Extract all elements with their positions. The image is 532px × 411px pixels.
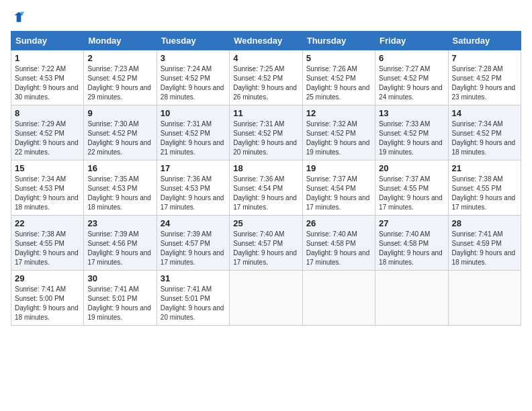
day-info: Sunrise: 7:26 AMSunset: 4:52 PMDaylight:… xyxy=(306,64,371,102)
calendar-cell xyxy=(375,271,448,326)
day-number: 14 xyxy=(452,108,517,118)
calendar-week-4: 22Sunrise: 7:38 AMSunset: 4:55 PMDayligh… xyxy=(11,216,521,271)
day-number: 1 xyxy=(15,53,80,63)
day-info: Sunrise: 7:40 AMSunset: 4:58 PMDaylight:… xyxy=(306,230,371,267)
weekday-header-tuesday: Tuesday xyxy=(157,32,229,50)
weekday-header-sunday: Sunday xyxy=(11,32,84,50)
calendar-cell: 17Sunrise: 7:36 AMSunset: 4:53 PMDayligh… xyxy=(157,161,229,216)
calendar-cell: 1Sunrise: 7:22 AMSunset: 4:53 PMDaylight… xyxy=(11,50,84,105)
calendar-cell: 18Sunrise: 7:36 AMSunset: 4:54 PMDayligh… xyxy=(230,161,302,216)
day-number: 31 xyxy=(161,273,226,283)
calendar-cell: 24Sunrise: 7:39 AMSunset: 4:57 PMDayligh… xyxy=(157,216,229,271)
day-number: 29 xyxy=(15,273,80,283)
day-info: Sunrise: 7:22 AMSunset: 4:53 PMDaylight:… xyxy=(15,64,80,102)
calendar-cell: 6Sunrise: 7:27 AMSunset: 4:52 PMDaylight… xyxy=(375,50,448,105)
calendar-cell xyxy=(448,271,521,326)
logo-icon xyxy=(12,11,26,24)
day-number: 3 xyxy=(161,53,226,63)
day-info: Sunrise: 7:41 AMSunset: 5:01 PMDaylight:… xyxy=(161,285,226,322)
calendar-cell: 5Sunrise: 7:26 AMSunset: 4:52 PMDaylight… xyxy=(302,50,375,105)
calendar-cell: 29Sunrise: 7:41 AMSunset: 5:00 PMDayligh… xyxy=(11,271,84,326)
day-number: 28 xyxy=(452,218,517,228)
day-number: 5 xyxy=(306,53,371,63)
day-number: 24 xyxy=(161,218,226,228)
day-info: Sunrise: 7:36 AMSunset: 4:53 PMDaylight:… xyxy=(161,175,226,212)
calendar-cell: 26Sunrise: 7:40 AMSunset: 4:58 PMDayligh… xyxy=(302,216,375,271)
day-info: Sunrise: 7:36 AMSunset: 4:54 PMDaylight:… xyxy=(233,175,298,212)
day-info: Sunrise: 7:40 AMSunset: 4:58 PMDaylight:… xyxy=(379,230,444,267)
calendar-cell: 25Sunrise: 7:40 AMSunset: 4:57 PMDayligh… xyxy=(230,216,302,271)
day-number: 26 xyxy=(306,218,371,228)
day-info: Sunrise: 7:38 AMSunset: 4:55 PMDaylight:… xyxy=(15,230,80,267)
day-number: 18 xyxy=(233,163,298,173)
calendar-cell: 23Sunrise: 7:39 AMSunset: 4:56 PMDayligh… xyxy=(84,216,157,271)
day-number: 7 xyxy=(452,53,517,63)
day-number: 12 xyxy=(306,108,371,118)
calendar-cell: 13Sunrise: 7:33 AMSunset: 4:52 PMDayligh… xyxy=(375,105,448,161)
weekday-header-saturday: Saturday xyxy=(448,32,521,50)
weekday-header-thursday: Thursday xyxy=(302,32,375,50)
calendar-cell: 11Sunrise: 7:31 AMSunset: 4:52 PMDayligh… xyxy=(230,105,302,161)
day-number: 27 xyxy=(379,218,444,228)
day-info: Sunrise: 7:31 AMSunset: 4:52 PMDaylight:… xyxy=(233,120,298,157)
day-number: 8 xyxy=(15,108,80,118)
calendar: SundayMondayTuesdayWednesdayThursdayFrid… xyxy=(11,31,521,326)
day-info: Sunrise: 7:28 AMSunset: 4:52 PMDaylight:… xyxy=(452,64,517,102)
logo xyxy=(11,11,26,24)
calendar-cell: 12Sunrise: 7:32 AMSunset: 4:52 PMDayligh… xyxy=(302,105,375,161)
weekday-header-wednesday: Wednesday xyxy=(230,32,302,50)
day-number: 21 xyxy=(452,163,517,173)
calendar-cell: 8Sunrise: 7:29 AMSunset: 4:52 PMDaylight… xyxy=(11,105,84,161)
day-info: Sunrise: 7:40 AMSunset: 4:57 PMDaylight:… xyxy=(233,230,298,267)
day-info: Sunrise: 7:34 AMSunset: 4:52 PMDaylight:… xyxy=(452,120,517,157)
calendar-week-3: 15Sunrise: 7:34 AMSunset: 4:53 PMDayligh… xyxy=(11,161,521,216)
header xyxy=(11,11,521,24)
day-number: 13 xyxy=(379,108,444,118)
calendar-cell: 15Sunrise: 7:34 AMSunset: 4:53 PMDayligh… xyxy=(11,161,84,216)
calendar-cell: 27Sunrise: 7:40 AMSunset: 4:58 PMDayligh… xyxy=(375,216,448,271)
day-number: 15 xyxy=(15,163,80,173)
calendar-week-1: 1Sunrise: 7:22 AMSunset: 4:53 PMDaylight… xyxy=(11,50,521,105)
day-number: 9 xyxy=(87,108,152,118)
day-info: Sunrise: 7:37 AMSunset: 4:54 PMDaylight:… xyxy=(306,175,371,212)
logo-text xyxy=(11,11,26,24)
day-info: Sunrise: 7:31 AMSunset: 4:52 PMDaylight:… xyxy=(161,120,226,157)
calendar-cell: 21Sunrise: 7:38 AMSunset: 4:55 PMDayligh… xyxy=(448,161,521,216)
weekday-header-row: SundayMondayTuesdayWednesdayThursdayFrid… xyxy=(11,32,521,50)
day-info: Sunrise: 7:41 AMSunset: 4:59 PMDaylight:… xyxy=(452,230,517,267)
day-info: Sunrise: 7:30 AMSunset: 4:52 PMDaylight:… xyxy=(87,120,152,157)
day-info: Sunrise: 7:29 AMSunset: 4:52 PMDaylight:… xyxy=(15,120,80,157)
page-container: SundayMondayTuesdayWednesdayThursdayFrid… xyxy=(0,0,532,331)
calendar-cell: 7Sunrise: 7:28 AMSunset: 4:52 PMDaylight… xyxy=(448,50,521,105)
day-number: 22 xyxy=(15,218,80,228)
calendar-cell: 3Sunrise: 7:24 AMSunset: 4:52 PMDaylight… xyxy=(157,50,229,105)
calendar-cell: 22Sunrise: 7:38 AMSunset: 4:55 PMDayligh… xyxy=(11,216,84,271)
day-number: 20 xyxy=(379,163,444,173)
calendar-cell xyxy=(302,271,375,326)
day-number: 25 xyxy=(233,218,298,228)
day-number: 4 xyxy=(233,53,298,63)
calendar-cell xyxy=(230,271,302,326)
calendar-cell: 14Sunrise: 7:34 AMSunset: 4:52 PMDayligh… xyxy=(448,105,521,161)
day-number: 11 xyxy=(233,108,298,118)
calendar-cell: 4Sunrise: 7:25 AMSunset: 4:52 PMDaylight… xyxy=(230,50,302,105)
calendar-week-5: 29Sunrise: 7:41 AMSunset: 5:00 PMDayligh… xyxy=(11,271,521,326)
day-info: Sunrise: 7:35 AMSunset: 4:53 PMDaylight:… xyxy=(87,175,152,212)
calendar-cell: 31Sunrise: 7:41 AMSunset: 5:01 PMDayligh… xyxy=(157,271,229,326)
day-info: Sunrise: 7:41 AMSunset: 5:00 PMDaylight:… xyxy=(15,285,80,322)
calendar-cell: 30Sunrise: 7:41 AMSunset: 5:01 PMDayligh… xyxy=(84,271,157,326)
day-info: Sunrise: 7:27 AMSunset: 4:52 PMDaylight:… xyxy=(379,64,444,102)
day-info: Sunrise: 7:25 AMSunset: 4:52 PMDaylight:… xyxy=(233,64,298,102)
day-info: Sunrise: 7:39 AMSunset: 4:57 PMDaylight:… xyxy=(161,230,226,267)
day-number: 16 xyxy=(87,163,152,173)
day-info: Sunrise: 7:41 AMSunset: 5:01 PMDaylight:… xyxy=(87,285,152,322)
day-number: 19 xyxy=(306,163,371,173)
calendar-week-2: 8Sunrise: 7:29 AMSunset: 4:52 PMDaylight… xyxy=(11,105,521,161)
day-info: Sunrise: 7:37 AMSunset: 4:55 PMDaylight:… xyxy=(379,175,444,212)
calendar-cell: 20Sunrise: 7:37 AMSunset: 4:55 PMDayligh… xyxy=(375,161,448,216)
day-info: Sunrise: 7:24 AMSunset: 4:52 PMDaylight:… xyxy=(161,64,226,102)
weekday-header-friday: Friday xyxy=(375,32,448,50)
day-info: Sunrise: 7:32 AMSunset: 4:52 PMDaylight:… xyxy=(306,120,371,157)
calendar-cell: 19Sunrise: 7:37 AMSunset: 4:54 PMDayligh… xyxy=(302,161,375,216)
day-number: 10 xyxy=(161,108,226,118)
